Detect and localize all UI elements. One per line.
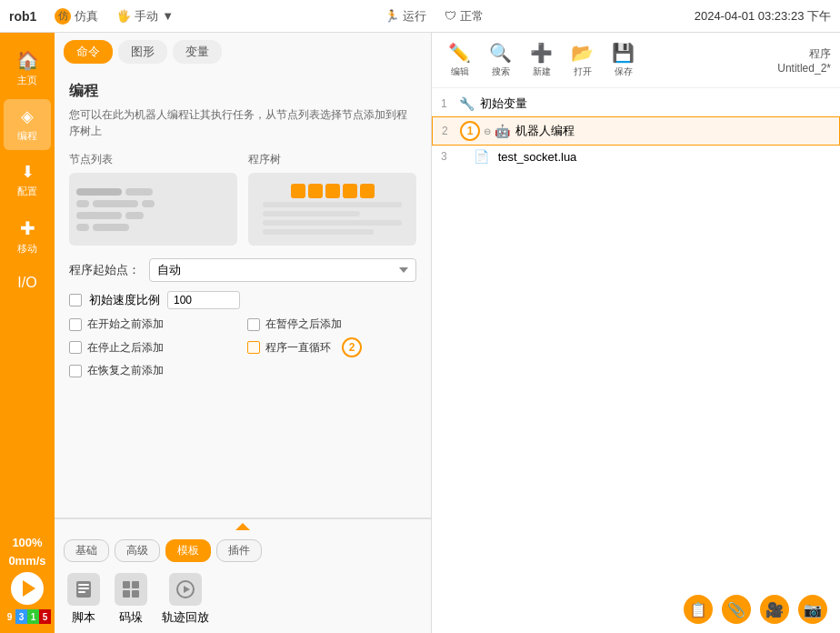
tab-bar: 命令 图形 变量: [55, 33, 431, 71]
manual-icon: 🖐: [116, 9, 131, 23]
init-speed-input[interactable]: [167, 291, 240, 309]
checkbox-grid: 在开始之前添加 在暂停之后添加 在停止之后添加 程序一直循环 2 在: [69, 316, 416, 378]
cb-add-before-start-label: 在开始之前添加: [87, 316, 164, 332]
config-icon: ⬇: [21, 162, 35, 182]
play-icon: [23, 580, 35, 597]
sidebar-bottom: 100% 0mm/s 9 3 1 5: [4, 536, 51, 633]
prog-row-num-1: 1: [441, 97, 459, 110]
save-button[interactable]: 💾 保存: [605, 38, 642, 82]
search-button[interactable]: 🔍 搜索: [482, 38, 519, 82]
speed-percent: 100%: [12, 536, 42, 549]
script-label: 脚本: [72, 609, 95, 626]
sidebar-item-home[interactable]: 🏠 主页: [4, 42, 51, 95]
sidebar-label-move: 移动: [17, 242, 37, 256]
prog-row-3[interactable]: 3 📄 test_socket.lua: [432, 146, 840, 168]
robot-name: rob1: [9, 9, 36, 24]
cb-row-1: 在开始之前添加: [69, 316, 238, 332]
prog-row-num-2: 2: [442, 125, 460, 137]
right-panel: ✏️ 编辑 🔍 搜索 ➕ 新建 📂 打开 💾 保存 程序 Unt: [432, 33, 840, 633]
bottom-tab-plugin[interactable]: 插件: [216, 539, 262, 562]
filename-display: 程序 Untitled_2*: [777, 46, 831, 75]
seg-1: 1: [27, 609, 39, 624]
prog-row-icon-1: 🔧: [459, 96, 475, 111]
sim-button[interactable]: 仿 仿真: [55, 8, 98, 25]
cb-add-after-stop[interactable]: [69, 341, 82, 354]
prog-tree-label: 程序树: [248, 152, 416, 167]
rb-icon-2[interactable]: 📎: [722, 595, 751, 624]
annotation-1-badge: 1: [460, 121, 480, 141]
start-select[interactable]: 自动: [149, 258, 416, 282]
bottom-tabs: 基础 高级 模板 插件: [55, 534, 431, 566]
svg-rect-1: [78, 584, 89, 586]
bottom-tab-advanced[interactable]: 高级: [115, 539, 160, 562]
svg-rect-4: [123, 581, 130, 588]
prog-row-label-1: 初始变量: [480, 95, 527, 112]
io-icon: I/O: [17, 275, 36, 291]
open-button[interactable]: 📂 打开: [564, 38, 601, 82]
new-label: 新建: [533, 65, 551, 78]
cb-init-speed[interactable]: [69, 294, 82, 306]
open-label: 打开: [574, 65, 592, 78]
bottom-icon-script[interactable]: 脚本: [67, 573, 100, 626]
mid-content: 编程 您可以在此为机器人编程让其执行任务，从节点列表选择节点添加到程序树上 节点…: [55, 71, 431, 517]
sidebar-item-io[interactable]: I/O: [4, 267, 51, 298]
play-button[interactable]: [11, 572, 44, 605]
rb-icon-3[interactable]: 🎥: [760, 595, 789, 624]
prog-row-indent-3: 📄 test_socket.lua: [474, 149, 576, 164]
dropdown-arrow-icon: ▼: [162, 9, 174, 23]
bottom-tab-basic[interactable]: 基础: [64, 539, 109, 562]
prog-row-label-2: 机器人编程: [515, 123, 575, 139]
sidebar-item-config[interactable]: ⬇ 配置: [4, 155, 51, 206]
speed-mm: 0mm/s: [8, 554, 45, 568]
cb-add-before-resume[interactable]: [69, 365, 82, 377]
program-icon: ◈: [21, 106, 34, 126]
sidebar-item-move[interactable]: ✚ 移动: [4, 210, 51, 263]
seg-5: 5: [39, 609, 51, 624]
right-toolbar: ✏️ 编辑 🔍 搜索 ➕ 新建 📂 打开 💾 保存 程序 Unt: [432, 33, 840, 88]
sidebar-item-program[interactable]: ◈ 编程: [4, 99, 51, 150]
seg-9: 9: [4, 609, 15, 624]
cb-loop-label: 程序一直循环: [265, 340, 331, 356]
start-label: 程序起始点：: [69, 262, 140, 278]
run-label: 运行: [403, 8, 426, 25]
file-prefix: 程序: [777, 46, 831, 62]
save-icon: 💾: [612, 42, 635, 64]
collapse-up-btn[interactable]: [55, 519, 431, 534]
new-button[interactable]: ➕ 新建: [523, 38, 560, 82]
edit-label: 编辑: [451, 65, 469, 78]
bottom-tab-template[interactable]: 模板: [165, 539, 211, 562]
manual-button[interactable]: 🖐 手动 ▼: [116, 8, 174, 25]
prog-tree-placeholder: [248, 173, 416, 246]
svg-rect-2: [78, 588, 89, 589]
prog-row-icon-2: 🤖: [495, 124, 510, 138]
sim-label: 仿真: [75, 8, 98, 25]
cb-row-loop: 程序一直循环 2: [247, 337, 416, 357]
search-icon: 🔍: [489, 42, 512, 64]
save-label: 保存: [615, 65, 633, 78]
cb-add-before-start[interactable]: [69, 318, 82, 331]
up-triangle-icon: [235, 523, 250, 530]
node-list-label: 节点列表: [69, 152, 237, 167]
cb-add-after-pause[interactable]: [247, 318, 260, 331]
prog-tree-block: 程序树: [248, 152, 416, 246]
rb-icon-1[interactable]: 📋: [684, 595, 713, 624]
traj-label: 轨迹回放: [162, 609, 209, 626]
bottom-icons: 脚本 码垛 轨迹回放: [55, 566, 431, 633]
bottom-icon-traj[interactable]: 轨迹回放: [162, 573, 209, 626]
bottom-icon-palletize[interactable]: 码垛: [115, 573, 147, 626]
traj-icon: [169, 573, 202, 606]
search-label: 搜索: [492, 65, 510, 78]
prog-row-1[interactable]: 1 🔧 初始变量: [432, 92, 840, 116]
tab-cmd[interactable]: 命令: [64, 40, 113, 64]
prog-row-2[interactable]: 2 1 ⊖ 🤖 机器人编程: [432, 116, 840, 146]
run-button[interactable]: 🏃 运行: [385, 8, 426, 25]
cb-init-speed-label: 初始速度比例: [89, 292, 160, 308]
rb-icon-4[interactable]: 📷: [798, 595, 827, 624]
tab-var[interactable]: 变量: [173, 40, 222, 64]
node-list-block: 节点列表: [69, 152, 237, 246]
cb-loop[interactable]: [247, 341, 260, 354]
edit-button[interactable]: ✏️ 编辑: [441, 38, 478, 82]
svg-marker-9: [184, 586, 190, 593]
tab-shape[interactable]: 图形: [118, 40, 167, 64]
move-icon: ✚: [20, 217, 35, 239]
